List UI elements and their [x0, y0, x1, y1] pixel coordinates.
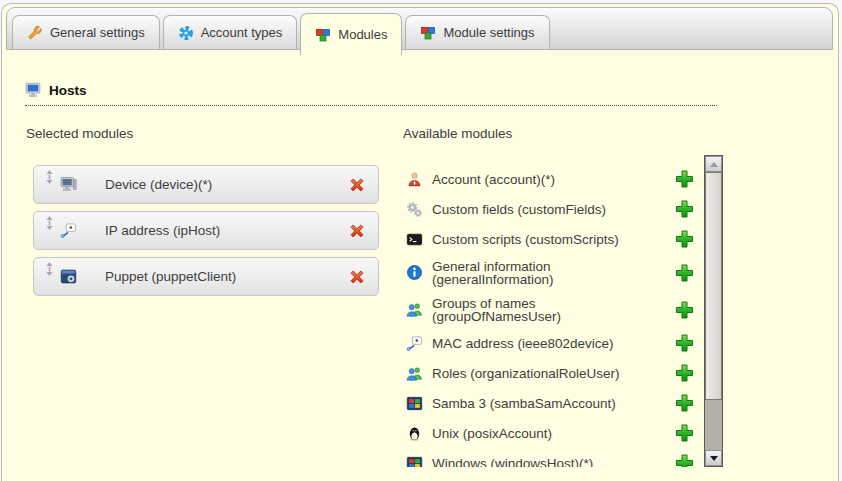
selected-modules-list: Device (device)(*) IP address (ipHost): [33, 165, 379, 296]
available-module-row: Custom fields (customFields): [403, 194, 703, 224]
tux-icon: [406, 425, 423, 442]
available-modules-list: Account (account)(*) Custom fields (cust…: [403, 156, 703, 467]
terminal-icon: [406, 231, 423, 248]
module-label: IP address (ipHost): [105, 223, 220, 238]
plus-icon: [675, 431, 694, 446]
add-module-button[interactable]: [675, 364, 694, 383]
add-module-button[interactable]: [675, 454, 694, 468]
info-icon: [406, 264, 423, 281]
add-module-button[interactable]: [675, 230, 694, 249]
available-module-row: Windows (windowsHost)(*): [403, 448, 703, 467]
scrollbar-thumb[interactable]: [705, 172, 722, 400]
available-module-row: Samba 3 (sambaSamAccount): [403, 388, 703, 418]
plus-icon: [675, 270, 694, 285]
plus-icon: [675, 307, 694, 322]
tab-module-settings[interactable]: Module settings: [405, 15, 549, 49]
add-module-button[interactable]: [675, 424, 694, 443]
selected-module-row[interactable]: IP address (ipHost): [33, 211, 379, 250]
available-module-row: MAC address (ieee802device): [403, 328, 703, 358]
user-icon: [406, 171, 423, 188]
scrollbar-down-button[interactable]: [705, 450, 722, 466]
selected-module-row[interactable]: Puppet (puppetClient): [33, 257, 379, 296]
available-module-row: Roles (organizationalRoleUser): [403, 358, 703, 388]
page: General settings Account types Modules M…: [0, 0, 842, 481]
wrench-icon: [27, 25, 43, 41]
plus-icon: [675, 207, 694, 222]
module-label: Device (device)(*): [105, 177, 212, 192]
gear-icon: [178, 25, 194, 41]
add-module-button[interactable]: [675, 300, 694, 319]
remove-module-button[interactable]: [347, 221, 367, 241]
samba-icon: [406, 395, 423, 412]
remove-module-button[interactable]: [347, 175, 367, 195]
module-label: MAC address (ieee802device): [432, 337, 667, 350]
scrollbar[interactable]: [704, 155, 723, 467]
available-module-row: Unix (posixAccount): [403, 418, 703, 448]
group-icon: [406, 365, 423, 382]
module-label: Custom scripts (customScripts): [432, 233, 667, 246]
add-module-button[interactable]: [675, 334, 694, 353]
drag-handle-icon[interactable]: [45, 216, 54, 230]
hosts-section-header: Hosts: [25, 82, 717, 106]
plus-icon: [675, 371, 694, 386]
tab-label: Modules: [338, 27, 387, 42]
add-module-button[interactable]: [675, 200, 694, 219]
scrollbar-up-button[interactable]: [705, 156, 722, 172]
available-module-row: General information (generalInformation): [403, 254, 703, 291]
tab-label: General settings: [50, 25, 145, 40]
module-label: Unix (posixAccount): [432, 427, 667, 440]
module-label: Puppet (puppetClient): [105, 269, 236, 284]
hosts-title: Hosts: [49, 83, 87, 98]
module-label: Samba 3 (sambaSamAccount): [432, 397, 667, 410]
plus-icon: [675, 461, 694, 468]
windows-icon: [406, 455, 423, 468]
add-module-button[interactable]: [675, 170, 694, 189]
available-modules-heading: Available modules: [403, 126, 512, 141]
plus-icon: [675, 341, 694, 356]
tab-account-types[interactable]: Account types: [163, 15, 298, 49]
module-label: Account (account)(*): [432, 173, 667, 186]
available-module-row: Groups of names (groupOfNamesUser): [403, 291, 703, 328]
device-icon: [60, 176, 77, 193]
plus-icon: [675, 237, 694, 252]
tab-label: Account types: [201, 25, 283, 40]
plus-icon: [675, 177, 694, 192]
delete-x-icon: [347, 183, 367, 198]
drag-handle-icon[interactable]: [45, 170, 54, 184]
delete-x-icon: [347, 275, 367, 290]
remove-module-button[interactable]: [347, 267, 367, 287]
puppet-icon: [60, 268, 77, 285]
delete-x-icon: [347, 229, 367, 244]
tab-general-settings[interactable]: General settings: [12, 15, 160, 49]
available-module-row: Custom scripts (customScripts): [403, 224, 703, 254]
arrow-down-icon: [710, 456, 718, 461]
group-icon: [406, 301, 423, 318]
monitor-icon: [25, 82, 41, 98]
modules-icon: [315, 27, 331, 43]
network-icon: [60, 222, 77, 239]
module-label: Roles (organizationalRoleUser): [432, 367, 667, 380]
selected-module-row[interactable]: Device (device)(*): [33, 165, 379, 204]
selected-modules-heading: Selected modules: [26, 126, 133, 141]
module-label: General information (generalInformation): [432, 260, 667, 286]
network-icon: [406, 335, 423, 352]
modules-icon: [420, 25, 436, 41]
add-module-button[interactable]: [675, 394, 694, 413]
arrow-up-icon: [710, 162, 718, 167]
module-label: Windows (windowsHost)(*): [432, 457, 667, 468]
gears-icon: [406, 201, 423, 218]
tab-bar: General settings Account types Modules M…: [6, 7, 833, 50]
module-label: Custom fields (customFields): [432, 203, 667, 216]
tab-label: Module settings: [443, 25, 534, 40]
tab-modules[interactable]: Modules: [300, 13, 402, 55]
add-module-button[interactable]: [675, 263, 694, 282]
plus-icon: [675, 401, 694, 416]
drag-handle-icon[interactable]: [45, 262, 54, 276]
module-label: Groups of names (groupOfNamesUser): [432, 297, 667, 323]
available-module-row: Account (account)(*): [403, 164, 703, 194]
